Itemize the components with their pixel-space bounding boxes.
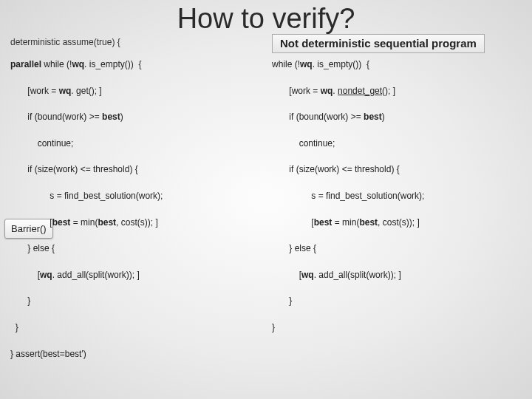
code-line: [work = wq. get(); ] [10, 86, 254, 98]
code-line: [wq. add_all(split(work)); ] [272, 270, 516, 282]
code-line: } else { [272, 243, 516, 255]
nondeterministic-badge: Not deterministic sequential program [272, 34, 485, 53]
code-line: if (bound(work) >= best) [10, 112, 254, 123]
code-line: } [10, 322, 254, 334]
deterministic-assume-label: deterministic assume(true) { [10, 37, 120, 47]
slide-title: How to verify? [0, 3, 532, 35]
code-line: s = find_best_solution(work); [10, 191, 254, 202]
code-line: [wq. add_all(split(work)); ] [10, 270, 254, 282]
code-line: while (!wq. is_empty()) { [272, 59, 516, 71]
code-line: [best = min(best, cost(s)); ] [10, 217, 254, 229]
code-line: [best = min(best, cost(s)); ] [272, 217, 516, 229]
right-code-column: while (!wq. is_empty()) { [work = wq. no… [272, 59, 516, 334]
code-line: if (size(work) <= threshold) { [10, 164, 254, 176]
code-line: s = find_best_solution(work); [272, 191, 516, 202]
code-line: } [272, 296, 516, 307]
code-line: } else { [10, 243, 254, 255]
code-line: if (size(work) <= threshold) { [272, 164, 516, 176]
code-line: } assert(best=best') [10, 349, 254, 361]
code-line: } [272, 322, 516, 334]
code-line: if (bound(work) >= best) [272, 112, 516, 123]
code-line: continue; [272, 138, 516, 150]
code-line: continue; [10, 138, 254, 150]
code-line: } [10, 296, 254, 307]
code-line: [work = wq. nondet_get(); ] [272, 86, 516, 98]
left-code-column: parallel while (!wq. is_empty()) { [work… [10, 59, 254, 360]
code-line: parallel while (!wq. is_empty()) { [10, 59, 254, 71]
